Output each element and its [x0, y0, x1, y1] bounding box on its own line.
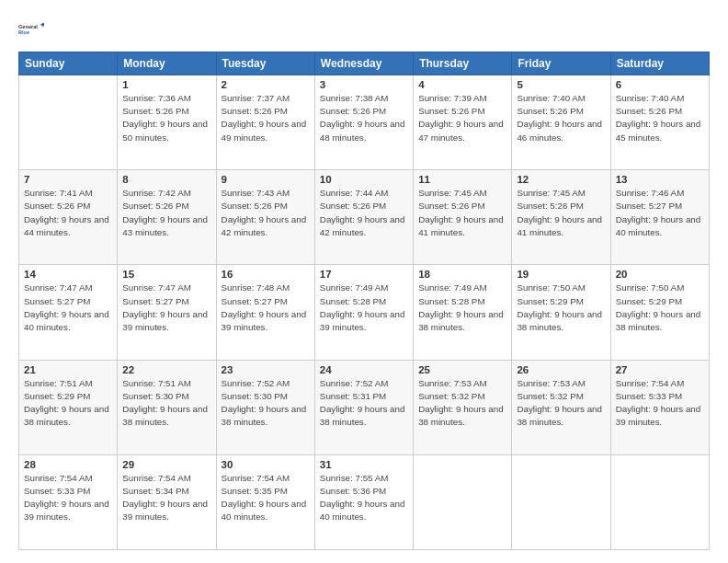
day-number: 20 [616, 269, 704, 280]
day-number: 15 [122, 269, 210, 280]
cell-info: Sunrise: 7:39 AMSunset: 5:26 PMDaylight:… [418, 92, 506, 144]
day-number: 27 [616, 364, 704, 375]
cell-info: Sunrise: 7:54 AMSunset: 5:34 PMDaylight:… [122, 472, 210, 524]
weekday-monday: Monday [118, 52, 216, 75]
calendar-cell [19, 75, 118, 170]
day-number: 13 [616, 174, 704, 185]
calendar-table: SundayMondayTuesdayWednesdayThursdayFrid… [18, 52, 710, 550]
day-number: 4 [418, 79, 506, 90]
cell-info: Sunrise: 7:38 AMSunset: 5:26 PMDaylight:… [320, 92, 408, 144]
day-number: 8 [122, 174, 210, 185]
cell-info: Sunrise: 7:51 AMSunset: 5:29 PMDaylight:… [24, 377, 112, 430]
cell-info: Sunrise: 7:52 AMSunset: 5:30 PMDaylight:… [222, 377, 310, 430]
day-number: 28 [24, 459, 112, 470]
cell-info: Sunrise: 7:43 AMSunset: 5:26 PMDaylight:… [222, 187, 310, 239]
calendar-cell: 10Sunrise: 7:44 AMSunset: 5:26 PMDayligh… [314, 170, 413, 265]
calendar-cell: 14Sunrise: 7:47 AMSunset: 5:27 PMDayligh… [19, 265, 118, 360]
weekday-saturday: Saturday [610, 52, 709, 75]
week-row-0: 1Sunrise: 7:36 AMSunset: 5:26 PMDaylight… [19, 75, 710, 170]
calendar-cell: 15Sunrise: 7:47 AMSunset: 5:27 PMDayligh… [118, 265, 216, 360]
logo-icon: General Blue [18, 17, 44, 42]
calendar-cell: 16Sunrise: 7:48 AMSunset: 5:27 PMDayligh… [216, 265, 314, 360]
calendar-cell: 8Sunrise: 7:42 AMSunset: 5:26 PMDaylight… [118, 170, 216, 265]
calendar-cell: 5Sunrise: 7:40 AMSunset: 5:26 PMDaylight… [512, 75, 610, 170]
day-number: 31 [320, 459, 408, 470]
calendar-cell: 29Sunrise: 7:54 AMSunset: 5:34 PMDayligh… [118, 454, 216, 549]
day-number: 5 [517, 79, 605, 90]
calendar-cell: 27Sunrise: 7:54 AMSunset: 5:33 PMDayligh… [610, 360, 709, 454]
cell-info: Sunrise: 7:47 AMSunset: 5:27 PMDaylight:… [122, 282, 210, 334]
cell-info: Sunrise: 7:54 AMSunset: 5:35 PMDaylight:… [222, 472, 310, 524]
weekday-header: SundayMondayTuesdayWednesdayThursdayFrid… [19, 52, 710, 75]
cell-info: Sunrise: 7:53 AMSunset: 5:32 PMDaylight:… [517, 377, 605, 430]
day-number: 26 [517, 364, 605, 375]
day-number: 21 [24, 364, 112, 375]
cell-info: Sunrise: 7:55 AMSunset: 5:36 PMDaylight:… [320, 472, 408, 524]
cell-info: Sunrise: 7:42 AMSunset: 5:26 PMDaylight:… [122, 187, 210, 239]
cell-info: Sunrise: 7:40 AMSunset: 5:26 PMDaylight:… [517, 92, 605, 144]
calendar-cell: 22Sunrise: 7:51 AMSunset: 5:30 PMDayligh… [118, 360, 216, 454]
calendar-cell: 28Sunrise: 7:54 AMSunset: 5:33 PMDayligh… [19, 454, 118, 549]
day-number: 11 [418, 174, 506, 185]
day-number: 19 [517, 269, 605, 280]
day-number: 25 [418, 364, 506, 375]
day-number: 17 [320, 269, 408, 280]
logo: General Blue [18, 17, 44, 42]
week-row-1: 7Sunrise: 7:41 AMSunset: 5:26 PMDaylight… [19, 170, 710, 265]
calendar-cell: 1Sunrise: 7:36 AMSunset: 5:26 PMDaylight… [118, 75, 216, 170]
day-number: 3 [320, 79, 408, 90]
calendar-cell [414, 454, 512, 549]
day-number: 16 [222, 269, 310, 280]
calendar-cell [512, 454, 610, 549]
day-number: 23 [222, 364, 310, 375]
calendar-cell: 21Sunrise: 7:51 AMSunset: 5:29 PMDayligh… [19, 360, 118, 454]
cell-info: Sunrise: 7:41 AMSunset: 5:26 PMDaylight:… [24, 187, 112, 239]
calendar-cell: 12Sunrise: 7:45 AMSunset: 5:26 PMDayligh… [512, 170, 610, 265]
cell-info: Sunrise: 7:46 AMSunset: 5:27 PMDaylight:… [616, 187, 704, 239]
cell-info: Sunrise: 7:47 AMSunset: 5:27 PMDaylight:… [24, 282, 112, 334]
cell-info: Sunrise: 7:45 AMSunset: 5:26 PMDaylight:… [517, 187, 605, 239]
week-row-2: 14Sunrise: 7:47 AMSunset: 5:27 PMDayligh… [19, 265, 710, 360]
calendar-cell: 9Sunrise: 7:43 AMSunset: 5:26 PMDaylight… [216, 170, 314, 265]
calendar-cell: 24Sunrise: 7:52 AMSunset: 5:31 PMDayligh… [314, 360, 413, 454]
cell-info: Sunrise: 7:49 AMSunset: 5:28 PMDaylight:… [418, 282, 506, 334]
calendar-cell: 25Sunrise: 7:53 AMSunset: 5:32 PMDayligh… [414, 360, 512, 454]
day-number: 1 [122, 79, 210, 90]
calendar-cell: 13Sunrise: 7:46 AMSunset: 5:27 PMDayligh… [610, 170, 709, 265]
day-number: 6 [616, 79, 704, 90]
calendar-body: 1Sunrise: 7:36 AMSunset: 5:26 PMDaylight… [19, 75, 710, 550]
calendar-cell: 20Sunrise: 7:50 AMSunset: 5:29 PMDayligh… [610, 265, 709, 360]
cell-info: Sunrise: 7:48 AMSunset: 5:27 PMDaylight:… [222, 282, 310, 334]
weekday-wednesday: Wednesday [314, 52, 413, 75]
cell-info: Sunrise: 7:50 AMSunset: 5:29 PMDaylight:… [517, 282, 605, 334]
cell-info: Sunrise: 7:45 AMSunset: 5:26 PMDaylight:… [418, 187, 506, 239]
day-number: 9 [222, 174, 310, 185]
calendar-cell: 17Sunrise: 7:49 AMSunset: 5:28 PMDayligh… [314, 265, 413, 360]
cell-info: Sunrise: 7:54 AMSunset: 5:33 PMDaylight:… [24, 472, 112, 524]
cell-info: Sunrise: 7:37 AMSunset: 5:26 PMDaylight:… [222, 92, 310, 144]
cell-info: Sunrise: 7:51 AMSunset: 5:30 PMDaylight:… [122, 377, 210, 430]
day-number: 22 [122, 364, 210, 375]
cell-info: Sunrise: 7:40 AMSunset: 5:26 PMDaylight:… [616, 92, 704, 144]
week-row-4: 28Sunrise: 7:54 AMSunset: 5:33 PMDayligh… [19, 454, 710, 549]
cell-info: Sunrise: 7:50 AMSunset: 5:29 PMDaylight:… [616, 282, 704, 334]
day-number: 14 [24, 269, 112, 280]
cell-info: Sunrise: 7:36 AMSunset: 5:26 PMDaylight:… [122, 92, 210, 144]
calendar-cell: 4Sunrise: 7:39 AMSunset: 5:26 PMDaylight… [414, 75, 512, 170]
calendar-cell: 26Sunrise: 7:53 AMSunset: 5:32 PMDayligh… [512, 360, 610, 454]
calendar-cell: 31Sunrise: 7:55 AMSunset: 5:36 PMDayligh… [314, 454, 413, 549]
cell-info: Sunrise: 7:52 AMSunset: 5:31 PMDaylight:… [320, 377, 408, 430]
weekday-thursday: Thursday [414, 52, 512, 75]
day-number: 10 [320, 174, 408, 185]
day-number: 24 [320, 364, 408, 375]
calendar-cell: 30Sunrise: 7:54 AMSunset: 5:35 PMDayligh… [216, 454, 314, 549]
svg-text:Blue: Blue [18, 29, 29, 35]
cell-info: Sunrise: 7:53 AMSunset: 5:32 PMDaylight:… [418, 377, 506, 430]
day-number: 18 [418, 269, 506, 280]
day-number: 7 [24, 174, 112, 185]
day-number: 2 [222, 79, 310, 90]
day-number: 12 [517, 174, 605, 185]
header: General Blue [18, 17, 710, 42]
cell-info: Sunrise: 7:49 AMSunset: 5:28 PMDaylight:… [320, 282, 408, 334]
cell-info: Sunrise: 7:44 AMSunset: 5:26 PMDaylight:… [320, 187, 408, 239]
